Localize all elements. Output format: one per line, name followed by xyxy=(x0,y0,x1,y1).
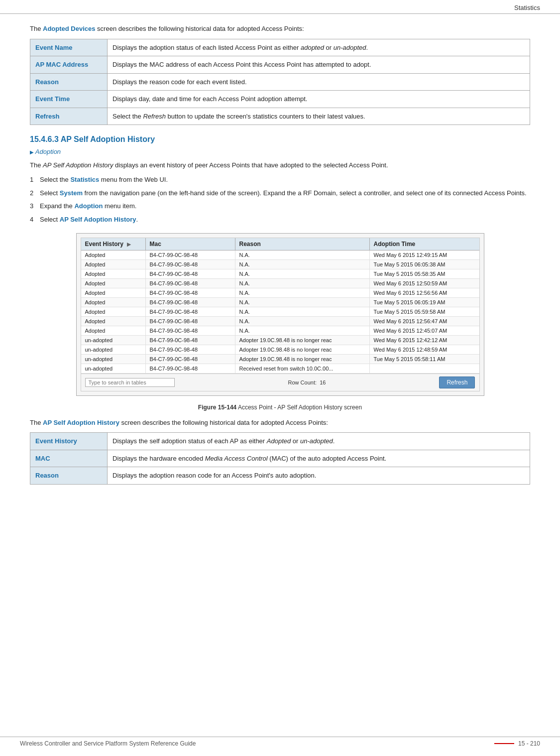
row-label: Refresh xyxy=(30,108,108,125)
table-row: un-adopted B4-C7-99-0C-98-48 Adopter 19.… xyxy=(81,355,479,364)
cell-event: Adopted xyxy=(81,326,146,335)
cell-time: Wed May 6 2015 12:45:07 AM xyxy=(370,326,479,335)
row-label: Event Name xyxy=(30,39,108,56)
cell-reason: Received reset from switch 10.0C.00... xyxy=(235,364,370,373)
section-heading: 15.4.6.3 AP Self Adoption History xyxy=(30,135,530,144)
table-row: Adopted B4-C7-99-0C-98-48 N.A. Wed May 6… xyxy=(81,288,479,298)
table-row: Adopted B4-C7-99-0C-98-48 N.A. Tue May 5… xyxy=(81,269,479,279)
col-header-time: Adoption Time xyxy=(370,238,479,250)
intro-text-1: The xyxy=(30,25,43,32)
cell-mac: B4-C7-99-0C-98-48 xyxy=(146,251,235,259)
cell-event: Adopted xyxy=(81,269,146,278)
row-desc: Displays the MAC address of each Access … xyxy=(108,56,530,74)
footer-right: 15 - 210 xyxy=(494,740,540,747)
table-row: MACDisplays the hardware encoded Media A… xyxy=(30,450,530,467)
table-row: Event HistoryDisplays the self adoption … xyxy=(30,433,530,450)
table-row: ReasonDisplays the adoption reason code … xyxy=(30,467,530,485)
table-row: RefreshSelect the Refresh button to upda… xyxy=(30,108,530,125)
cell-event: un-adopted xyxy=(81,364,146,373)
cell-reason: N.A. xyxy=(235,260,370,269)
page-content: The Adopted Devices screen describes the… xyxy=(0,14,560,524)
row-desc: Displays the adoption reason code for an… xyxy=(108,467,530,485)
col-header-reason: Reason xyxy=(235,238,370,250)
event-table-body: Adopted B4-C7-99-0C-98-48 N.A. Wed May 6… xyxy=(81,251,479,374)
step-2: 2 Select System from the navigation pane… xyxy=(30,188,530,199)
table-row: un-adopted B4-C7-99-0C-98-48 Received re… xyxy=(81,364,479,374)
cell-reason: Adopter 19.0C.98.48 is no longer reac xyxy=(235,355,370,364)
ap-self-adoption-link[interactable]: AP Self Adoption History xyxy=(60,216,136,223)
cell-time: Tue May 5 2015 05:58:11 AM xyxy=(370,355,479,364)
cell-mac: B4-C7-99-0C-98-48 xyxy=(146,326,235,335)
statistics-link[interactable]: Statistics xyxy=(70,176,99,183)
second-intro-para: The AP Self Adoption History screen desc… xyxy=(30,418,530,428)
page-header: Statistics xyxy=(0,0,560,14)
cell-reason: Adopter 19.0C.98.48 is no longer reac xyxy=(235,336,370,345)
cell-mac: B4-C7-99-0C-98-48 xyxy=(146,269,235,278)
table-row: AP MAC AddressDisplays the MAC address o… xyxy=(30,56,530,74)
page-footer: Wireless Controller and Service Platform… xyxy=(0,737,560,747)
table-footer: Row Count: 16 Refresh xyxy=(81,374,479,391)
cell-mac: B4-C7-99-0C-98-48 xyxy=(146,298,235,307)
row-desc: Displays the hardware encoded Media Acce… xyxy=(108,450,530,467)
table-row: un-adopted B4-C7-99-0C-98-48 Adopter 19.… xyxy=(81,336,479,345)
cell-event: Adopted xyxy=(81,307,146,316)
row-desc: Select the Refresh button to update the … xyxy=(108,108,530,125)
cell-mac: B4-C7-99-0C-98-48 xyxy=(146,317,235,326)
cell-reason: N.A. xyxy=(235,317,370,326)
step-4: 4 Select AP Self Adoption History. xyxy=(30,215,530,225)
table-row: Adopted B4-C7-99-0C-98-48 N.A. Tue May 5… xyxy=(81,298,479,307)
screenshot-box: Event History ▶ Mac Reason Adoption Time… xyxy=(76,233,484,396)
table-row: Adopted B4-C7-99-0C-98-48 N.A. Tue May 5… xyxy=(81,260,479,269)
cell-mac: B4-C7-99-0C-98-48 xyxy=(146,288,235,297)
col-header-event: Event History ▶ xyxy=(81,238,146,250)
step-1: 1 Select the Statistics menu from the We… xyxy=(30,175,530,185)
cell-event: un-adopted xyxy=(81,336,146,345)
step-list: 1 Select the Statistics menu from the We… xyxy=(30,175,530,225)
cell-reason: N.A. xyxy=(235,307,370,316)
cell-mac: B4-C7-99-0C-98-48 xyxy=(146,307,235,316)
cell-event: Adopted xyxy=(81,317,146,326)
table-row: Adopted B4-C7-99-0C-98-48 N.A. Wed May 6… xyxy=(81,279,479,288)
table-row: un-adopted B4-C7-99-0C-98-48 Adopter 19.… xyxy=(81,345,479,355)
row-desc: Displays the self adoption status of eac… xyxy=(108,433,530,450)
cell-event: Adopted xyxy=(81,260,146,269)
row-count-label: Row Count: 16 xyxy=(288,379,326,385)
cell-reason: N.A. xyxy=(235,251,370,259)
adoption-link[interactable]: Adoption xyxy=(74,202,103,210)
cell-time: Wed May 6 2015 12:42:12 AM xyxy=(370,336,479,345)
cell-reason: N.A. xyxy=(235,269,370,278)
cell-time: Tue May 5 2015 05:59:58 AM xyxy=(370,307,479,316)
system-link[interactable]: System xyxy=(60,189,83,197)
cell-time xyxy=(370,364,479,373)
cell-mac: B4-C7-99-0C-98-48 xyxy=(146,279,235,288)
cell-mac: B4-C7-99-0C-98-48 xyxy=(146,336,235,345)
cell-reason: N.A. xyxy=(235,326,370,335)
adopted-devices-link[interactable]: Adopted Devices xyxy=(43,25,95,32)
cell-time: Tue May 5 2015 05:58:35 AM xyxy=(370,269,479,278)
footer-left: Wireless Controller and Service Platform… xyxy=(20,740,196,747)
ap-self-adoption-history-link2[interactable]: AP Self Adoption History xyxy=(43,419,119,426)
cell-time: Wed May 6 2015 12:48:59 AM xyxy=(370,345,479,354)
row-desc: Displays the adoption status of each lis… xyxy=(108,39,530,56)
col-header-mac: Mac xyxy=(146,238,235,250)
row-desc: Displays the reason code for each event … xyxy=(108,73,530,91)
second-info-table: Event HistoryDisplays the self adoption … xyxy=(30,432,530,485)
row-label: Event History xyxy=(30,433,108,450)
sub-nav[interactable]: Adoption xyxy=(30,148,530,155)
cell-event: un-adopted xyxy=(81,355,146,364)
cell-reason: N.A. xyxy=(235,279,370,288)
first-intro-para: The Adopted Devices screen describes the… xyxy=(30,24,530,34)
search-input[interactable] xyxy=(85,378,175,387)
cell-reason: N.A. xyxy=(235,288,370,297)
event-table-header: Event History ▶ Mac Reason Adoption Time xyxy=(81,238,479,251)
cell-event: Adopted xyxy=(81,288,146,297)
cell-event: Adopted xyxy=(81,298,146,307)
cell-event: Adopted xyxy=(81,279,146,288)
cell-mac: B4-C7-99-0C-98-48 xyxy=(146,260,235,269)
refresh-button[interactable]: Refresh xyxy=(439,377,475,388)
cell-reason: N.A. xyxy=(235,298,370,307)
footer-divider xyxy=(494,743,514,744)
cell-time: Tue May 5 2015 06:05:19 AM xyxy=(370,298,479,307)
cell-mac: B4-C7-99-0C-98-48 xyxy=(146,345,235,354)
header-title: Statistics xyxy=(514,4,540,11)
